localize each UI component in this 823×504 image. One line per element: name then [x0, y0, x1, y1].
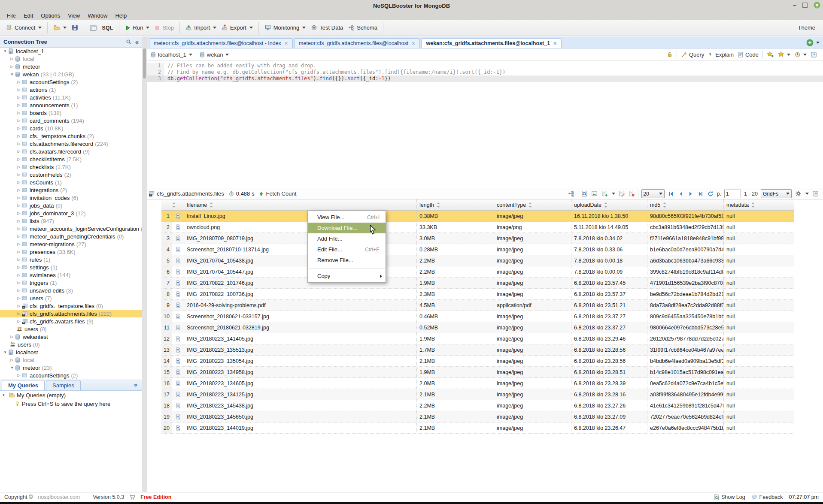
- tree-expander-icon[interactable]: ▾: [3, 393, 7, 397]
- tree-expander-icon[interactable]: ▷: [16, 134, 21, 138]
- sort-icon[interactable]: [528, 202, 532, 208]
- file-preview-icon[interactable]: [172, 222, 184, 232]
- tree-item[interactable]: ▾ localhost: [0, 348, 142, 356]
- tree-expander-icon[interactable]: ▷: [16, 88, 21, 92]
- tree-expander-icon[interactable]: ▷: [16, 188, 21, 192]
- my-queries-folder[interactable]: ▾ My Queries (empty): [0, 391, 142, 399]
- splitter-thumb[interactable]: [143, 48, 146, 78]
- tree-item[interactable]: ▷ checklistItems (7.5K): [0, 155, 142, 163]
- tab-close-icon[interactable]: ✕: [553, 41, 557, 46]
- column-header-contenttype[interactable]: contentType: [494, 199, 571, 210]
- table-row[interactable]: 5 IMG_20170704_105438.jpg 2.2MB image/jp…: [161, 255, 794, 266]
- next-page-button[interactable]: [687, 190, 694, 197]
- tree-item[interactable]: ▷ unsaved-edits (3): [0, 287, 142, 294]
- tree-expander-icon[interactable]: ▷: [16, 196, 21, 200]
- document-tab[interactable]: meteor:cfs_gridfs.attachments.files@loca…: [149, 38, 293, 48]
- tree-item[interactable]: ▷ cfs_gridfs.avatars.files (9): [0, 317, 142, 325]
- tree-expander-icon[interactable]: ▷: [16, 226, 21, 231]
- maximize-editor-button[interactable]: [811, 51, 817, 58]
- favorites-button[interactable]: [777, 51, 790, 58]
- tree-expander-icon[interactable]: ▷: [16, 80, 21, 84]
- tree-item[interactable]: ▷ cfs.avatars.filerecord (9): [0, 148, 142, 155]
- table-row[interactable]: 4 Screenshot_20180710-113714.jpg 0.28MB …: [161, 244, 794, 255]
- tree-expander-icon[interactable]: ▷: [16, 157, 21, 161]
- file-preview-icon[interactable]: [172, 411, 184, 422]
- editor-line[interactable]: 1 // Files can be added easily with drag…: [147, 63, 823, 69]
- queries-tab[interactable]: My Queries: [2, 380, 45, 390]
- view-mode-select[interactable]: GridFs: [761, 189, 792, 198]
- file-preview-icon[interactable]: [172, 278, 184, 288]
- tree-item[interactable]: ▷ customFields (2): [0, 171, 142, 178]
- file-preview-icon[interactable]: [172, 344, 184, 355]
- tree-expander-icon[interactable]: ▾: [9, 72, 15, 76]
- sort-icon[interactable]: [172, 202, 176, 208]
- tree-expander-icon[interactable]: ▷: [16, 118, 21, 123]
- file-preview-icon[interactable]: [172, 356, 184, 366]
- context-menu-item[interactable]: View File... Ctrl+I: [308, 212, 386, 223]
- column-header-md5[interactable]: md5: [647, 199, 724, 210]
- sidebar-splitter[interactable]: [142, 36, 147, 492]
- tree-item[interactable]: ▷ swimlanes (144): [0, 271, 142, 279]
- table-row[interactable]: 2 owncloud.png 33.3KB image/png 5.11.201…: [161, 222, 794, 233]
- sort-icon[interactable]: [604, 202, 607, 208]
- export-button[interactable]: Export: [220, 23, 255, 32]
- delete-document-button[interactable]: [628, 190, 635, 197]
- tree-expander-icon[interactable]: ▷: [9, 335, 15, 339]
- editor-line[interactable]: 3 db.getCollection("cfs_gridfs.attachmen…: [147, 75, 823, 82]
- page-size-select[interactable]: 20: [641, 189, 665, 198]
- table-row[interactable]: 15 IMG_20180223_134958.jpg 1.9MB image/j…: [161, 367, 794, 378]
- tree-item[interactable]: ▷ triggers (1): [0, 279, 142, 287]
- table-row[interactable]: 14 IMG_20180223_135054.jpg 2.1MB image/j…: [161, 356, 794, 367]
- tree-expander-icon[interactable]: ▷: [16, 311, 21, 316]
- tree-expander-icon[interactable]: ▾: [3, 350, 8, 354]
- table-row[interactable]: 11 Screenshot_20180621-032819.jpg 0.52MB…: [161, 322, 794, 333]
- run-button[interactable]: Run: [123, 23, 152, 32]
- column-header-uploaddate[interactable]: uploadDate: [571, 199, 647, 210]
- free-edition-label[interactable]: Free Edition: [140, 494, 171, 500]
- table-row[interactable]: 16 IMG_20180223_134605.jpg 2.0MB image/j…: [161, 378, 794, 389]
- context-menu-item[interactable]: Copy: [308, 271, 386, 281]
- column-header-metadata[interactable]: metadata: [724, 199, 794, 210]
- tree-expander-icon[interactable]: ▷: [16, 219, 21, 223]
- cart-icon[interactable]: [129, 494, 135, 500]
- table-row[interactable]: 13 IMG_20180223_135513.jpg 1.7MB image/j…: [161, 344, 794, 356]
- first-page-button[interactable]: [668, 190, 674, 197]
- tree-expander-icon[interactable]: ▷: [16, 203, 21, 208]
- tree-expander-icon[interactable]: ▷: [9, 57, 15, 61]
- table-row[interactable]: 9 2016-04-29-solving-problems.pdf 4.5MB …: [161, 300, 794, 311]
- column-header-filename[interactable]: filename: [184, 199, 417, 210]
- sort-icon[interactable]: [662, 202, 666, 208]
- table-row[interactable]: 1 Install_Linux.jpg 0.38MB image/jpeg 16…: [161, 211, 794, 222]
- tree-expander-icon[interactable]: ▷: [16, 281, 21, 285]
- stop-button[interactable]: Stop: [153, 23, 176, 32]
- tree-expander-icon[interactable]: ▷: [16, 273, 21, 277]
- theme-label[interactable]: Theme: [798, 24, 820, 31]
- breadcrumb-item[interactable]: localhost_1: [150, 51, 192, 58]
- file-preview-icon[interactable]: [172, 322, 184, 333]
- tree-item[interactable]: ▷ rules (1): [0, 256, 142, 263]
- import-button[interactable]: Import: [184, 23, 218, 32]
- document-tab[interactable]: wekan:cfs_gridfs.attachments.files@local…: [421, 38, 562, 48]
- menu-item[interactable]: Window: [84, 12, 111, 20]
- table-row[interactable]: 10 Screenshot_20180621-033157.jpg 0.46MB…: [161, 311, 794, 322]
- table-row[interactable]: 18 IMG_20180223_145438.jpg 2.2MB image/j…: [161, 400, 794, 411]
- file-preview-icon[interactable]: [172, 333, 184, 344]
- tree-item[interactable]: ▷ actions (1): [0, 86, 142, 94]
- file-preview-icon[interactable]: [172, 423, 184, 433]
- tree-expander-icon[interactable]: ▾: [3, 49, 8, 53]
- page-number-input[interactable]: [724, 190, 741, 198]
- site-link[interactable]: nosqlbooster.com: [38, 494, 80, 500]
- open-file-button[interactable]: [52, 23, 68, 32]
- query-editor[interactable]: 1 // Files can be added easily with drag…: [147, 61, 823, 188]
- add-favorite-button[interactable]: [767, 51, 774, 58]
- file-preview-icon[interactable]: [172, 400, 184, 411]
- restore-button[interactable]: [802, 3, 808, 8]
- document-tab[interactable]: meteor:cfs_gridfs.attachments.files@loca…: [294, 38, 420, 48]
- table-row[interactable]: 3 IMG_20180709_080719.jpg 3.0MB image/jp…: [161, 233, 794, 244]
- tree-item[interactable]: ▷ lists (947): [0, 217, 142, 225]
- feedback-button[interactable]: Feedback: [751, 494, 783, 500]
- tree-expander-icon[interactable]: ▷: [16, 373, 21, 377]
- file-preview-icon[interactable]: [172, 244, 184, 255]
- add-document-button[interactable]: [601, 190, 608, 197]
- tree-item[interactable]: users (0): [0, 341, 142, 348]
